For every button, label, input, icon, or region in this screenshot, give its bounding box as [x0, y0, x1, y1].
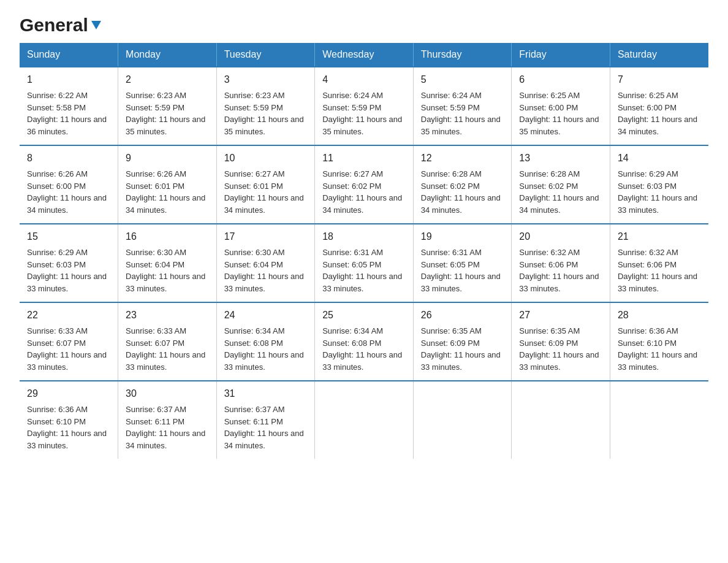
day-info: Sunrise: 6:33 AMSunset: 6:07 PMDaylight:… — [27, 326, 107, 372]
day-number: 28 — [618, 308, 702, 323]
day-number: 30 — [126, 386, 210, 401]
calendar-cell: 21Sunrise: 6:32 AMSunset: 6:06 PMDayligh… — [610, 224, 708, 302]
day-number: 3 — [224, 72, 309, 87]
calendar-week-row: 29Sunrise: 6:36 AMSunset: 6:10 PMDayligh… — [20, 381, 708, 459]
day-number: 1 — [27, 72, 112, 87]
logo: General — [20, 15, 103, 32]
day-info: Sunrise: 6:23 AMSunset: 5:59 PMDaylight:… — [126, 91, 205, 136]
day-number: 19 — [421, 229, 506, 244]
day-info: Sunrise: 6:36 AMSunset: 6:10 PMDaylight:… — [27, 405, 107, 450]
calendar-cell — [315, 381, 414, 459]
calendar-header-row: SundayMondayTuesdayWednesdayThursdayFrid… — [20, 43, 708, 67]
day-number: 13 — [519, 151, 604, 166]
calendar-week-row: 15Sunrise: 6:29 AMSunset: 6:03 PMDayligh… — [20, 224, 708, 302]
calendar-cell: 31Sunrise: 6:37 AMSunset: 6:11 PMDayligh… — [216, 381, 315, 459]
day-number: 15 — [27, 229, 112, 244]
day-info: Sunrise: 6:27 AMSunset: 6:02 PMDaylight:… — [322, 169, 402, 215]
calendar-cell: 16Sunrise: 6:30 AMSunset: 6:04 PMDayligh… — [118, 224, 217, 302]
calendar-cell: 27Sunrise: 6:35 AMSunset: 6:09 PMDayligh… — [512, 302, 610, 381]
calendar-cell: 24Sunrise: 6:34 AMSunset: 6:08 PMDayligh… — [216, 302, 315, 381]
logo-general: General — [20, 15, 88, 36]
calendar-cell — [512, 381, 610, 459]
calendar-cell: 11Sunrise: 6:27 AMSunset: 6:02 PMDayligh… — [315, 145, 414, 224]
day-info: Sunrise: 6:27 AMSunset: 6:01 PMDaylight:… — [224, 169, 304, 215]
day-info: Sunrise: 6:35 AMSunset: 6:09 PMDaylight:… — [421, 326, 501, 372]
day-number: 16 — [126, 229, 210, 244]
day-info: Sunrise: 6:25 AMSunset: 6:00 PMDaylight:… — [618, 91, 697, 136]
calendar-cell: 8Sunrise: 6:26 AMSunset: 6:00 PMDaylight… — [20, 145, 118, 224]
calendar-cell: 17Sunrise: 6:30 AMSunset: 6:04 PMDayligh… — [216, 224, 315, 302]
column-header-tuesday: Tuesday — [216, 43, 315, 67]
calendar-cell: 18Sunrise: 6:31 AMSunset: 6:05 PMDayligh… — [315, 224, 414, 302]
day-number: 14 — [618, 151, 702, 166]
day-info: Sunrise: 6:26 AMSunset: 6:00 PMDaylight:… — [27, 169, 107, 215]
calendar-cell: 2Sunrise: 6:23 AMSunset: 5:59 PMDaylight… — [118, 67, 217, 145]
day-number: 8 — [27, 151, 112, 166]
day-number: 29 — [27, 386, 112, 401]
calendar-cell: 23Sunrise: 6:33 AMSunset: 6:07 PMDayligh… — [118, 302, 217, 381]
day-info: Sunrise: 6:28 AMSunset: 6:02 PMDaylight:… — [421, 169, 501, 215]
calendar-cell: 20Sunrise: 6:32 AMSunset: 6:06 PMDayligh… — [512, 224, 610, 302]
day-info: Sunrise: 6:31 AMSunset: 6:05 PMDaylight:… — [421, 248, 501, 293]
calendar-week-row: 1Sunrise: 6:22 AMSunset: 5:58 PMDaylight… — [20, 67, 708, 145]
day-info: Sunrise: 6:34 AMSunset: 6:08 PMDaylight:… — [322, 326, 402, 372]
day-info: Sunrise: 6:31 AMSunset: 6:05 PMDaylight:… — [322, 248, 402, 293]
day-number: 21 — [618, 229, 702, 244]
day-info: Sunrise: 6:33 AMSunset: 6:07 PMDaylight:… — [126, 326, 205, 372]
day-number: 2 — [126, 72, 210, 87]
day-info: Sunrise: 6:24 AMSunset: 5:59 PMDaylight:… — [421, 91, 501, 136]
day-number: 10 — [224, 151, 309, 166]
calendar-cell: 5Sunrise: 6:24 AMSunset: 5:59 PMDaylight… — [413, 67, 512, 145]
calendar-cell: 10Sunrise: 6:27 AMSunset: 6:01 PMDayligh… — [216, 145, 315, 224]
calendar-cell: 28Sunrise: 6:36 AMSunset: 6:10 PMDayligh… — [610, 302, 708, 381]
column-header-thursday: Thursday — [413, 43, 512, 67]
calendar-cell: 3Sunrise: 6:23 AMSunset: 5:59 PMDaylight… — [216, 67, 315, 145]
calendar-cell: 1Sunrise: 6:22 AMSunset: 5:58 PMDaylight… — [20, 67, 118, 145]
day-number: 27 — [519, 308, 604, 323]
calendar-cell: 9Sunrise: 6:26 AMSunset: 6:01 PMDaylight… — [118, 145, 217, 224]
day-number: 6 — [519, 72, 604, 87]
day-info: Sunrise: 6:26 AMSunset: 6:01 PMDaylight:… — [126, 169, 205, 215]
column-header-saturday: Saturday — [610, 43, 708, 67]
calendar-week-row: 8Sunrise: 6:26 AMSunset: 6:00 PMDaylight… — [20, 145, 708, 224]
calendar-cell: 25Sunrise: 6:34 AMSunset: 6:08 PMDayligh… — [315, 302, 414, 381]
day-number: 31 — [224, 386, 309, 401]
logo-triangle-icon — [89, 18, 103, 32]
column-header-wednesday: Wednesday — [315, 43, 414, 67]
calendar-cell: 26Sunrise: 6:35 AMSunset: 6:09 PMDayligh… — [413, 302, 512, 381]
calendar-cell — [610, 381, 708, 459]
day-info: Sunrise: 6:25 AMSunset: 6:00 PMDaylight:… — [519, 91, 599, 136]
svg-marker-0 — [91, 21, 101, 29]
day-number: 5 — [421, 72, 506, 87]
page-header: General — [20, 15, 708, 32]
day-number: 4 — [322, 72, 407, 87]
day-info: Sunrise: 6:37 AMSunset: 6:11 PMDaylight:… — [126, 405, 205, 450]
day-info: Sunrise: 6:29 AMSunset: 6:03 PMDaylight:… — [618, 169, 697, 215]
day-info: Sunrise: 6:23 AMSunset: 5:59 PMDaylight:… — [224, 91, 304, 136]
calendar-cell: 14Sunrise: 6:29 AMSunset: 6:03 PMDayligh… — [610, 145, 708, 224]
column-header-monday: Monday — [118, 43, 217, 67]
day-number: 9 — [126, 151, 210, 166]
day-info: Sunrise: 6:32 AMSunset: 6:06 PMDaylight:… — [519, 248, 599, 293]
calendar-week-row: 22Sunrise: 6:33 AMSunset: 6:07 PMDayligh… — [20, 302, 708, 381]
calendar-cell: 19Sunrise: 6:31 AMSunset: 6:05 PMDayligh… — [413, 224, 512, 302]
day-info: Sunrise: 6:29 AMSunset: 6:03 PMDaylight:… — [27, 248, 107, 293]
day-info: Sunrise: 6:32 AMSunset: 6:06 PMDaylight:… — [618, 248, 697, 293]
calendar-cell: 22Sunrise: 6:33 AMSunset: 6:07 PMDayligh… — [20, 302, 118, 381]
day-info: Sunrise: 6:35 AMSunset: 6:09 PMDaylight:… — [519, 326, 599, 372]
day-info: Sunrise: 6:37 AMSunset: 6:11 PMDaylight:… — [224, 405, 304, 450]
day-number: 7 — [618, 72, 702, 87]
calendar-cell: 15Sunrise: 6:29 AMSunset: 6:03 PMDayligh… — [20, 224, 118, 302]
day-number: 24 — [224, 308, 309, 323]
calendar-cell: 7Sunrise: 6:25 AMSunset: 6:00 PMDaylight… — [610, 67, 708, 145]
day-info: Sunrise: 6:24 AMSunset: 5:59 PMDaylight:… — [322, 91, 402, 136]
day-number: 12 — [421, 151, 506, 166]
calendar-cell: 12Sunrise: 6:28 AMSunset: 6:02 PMDayligh… — [413, 145, 512, 224]
day-number: 26 — [421, 308, 506, 323]
calendar-cell: 4Sunrise: 6:24 AMSunset: 5:59 PMDaylight… — [315, 67, 414, 145]
day-info: Sunrise: 6:34 AMSunset: 6:08 PMDaylight:… — [224, 326, 304, 372]
column-header-sunday: Sunday — [20, 43, 118, 67]
calendar-cell: 13Sunrise: 6:28 AMSunset: 6:02 PMDayligh… — [512, 145, 610, 224]
calendar-cell — [413, 381, 512, 459]
calendar-cell: 29Sunrise: 6:36 AMSunset: 6:10 PMDayligh… — [20, 381, 118, 459]
